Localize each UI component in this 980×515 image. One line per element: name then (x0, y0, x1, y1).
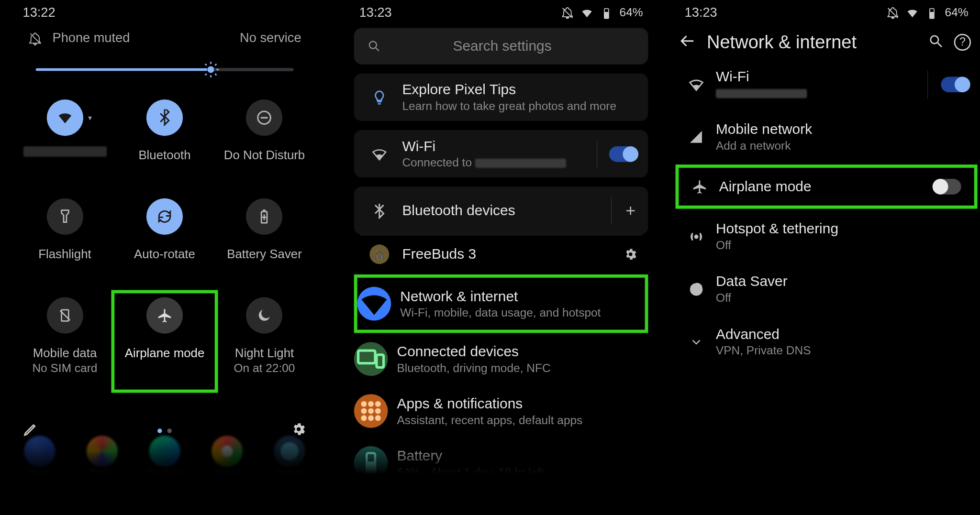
advanced-row[interactable]: Advanced VPN, Private DNS (670, 316, 980, 368)
settings-main-screen: 13:23 64% Search settings Explore Pixel … (345, 0, 657, 481)
brightness-slider[interactable] (36, 68, 294, 70)
bell-off-icon (886, 6, 899, 19)
search-settings-field[interactable]: Search settings (354, 28, 648, 64)
battery-status-icon (600, 6, 613, 19)
no-service-label: No service (240, 31, 301, 45)
airplane-mode-row[interactable]: Airplane mode (679, 168, 974, 206)
mobile-data-tile[interactable]: Mobile data No SIM card (15, 293, 115, 389)
hotspot-sub: Off (716, 239, 969, 252)
search-icon (367, 39, 381, 54)
bluetooth-tile[interactable]: Bluetooth (115, 96, 215, 192)
battery-status-icon (925, 6, 938, 19)
network-sub: Wi-Fi, mobile, data usage, and hotspot (400, 306, 645, 320)
wifi-row[interactable]: Wi-Fi (670, 58, 980, 110)
search-button[interactable] (928, 33, 944, 51)
svg-line-6 (215, 74, 217, 75)
wifi-icon (688, 76, 704, 92)
svg-rect-23 (358, 351, 375, 363)
wifi-card[interactable]: Wi-Fi Connected to (354, 130, 648, 177)
svg-point-33 (375, 415, 381, 421)
rotate-icon (156, 208, 173, 225)
svg-line-5 (205, 64, 207, 65)
plus-icon[interactable] (624, 204, 638, 218)
hotspot-row[interactable]: Hotspot & tethering Off (670, 210, 980, 263)
dnd-icon (256, 109, 273, 126)
wifi-ssid-redacted (23, 146, 106, 157)
dnd-tile[interactable]: Do Not Disturb (214, 96, 314, 192)
advanced-sub: VPN, Private DNS (716, 344, 969, 358)
chevron-down-icon: ▾ (88, 113, 92, 122)
wifi-toggle[interactable] (609, 146, 638, 162)
back-button[interactable] (679, 33, 696, 52)
apps-sub: Assistant, recent apps, default apps (397, 413, 648, 427)
wifi-tile[interactable]: ▾ (15, 96, 115, 192)
wifi-ssid-redacted (475, 159, 566, 168)
freebuds-row[interactable]: 🎧 FreeBuds 3 (354, 238, 648, 271)
pixel-tips-card[interactable]: Explore Pixel Tips Learn how to take gre… (354, 74, 648, 121)
hotspot-title: Hotspot & tethering (716, 220, 969, 237)
signal-icon (688, 129, 704, 145)
dock-photos[interactable]: Photos (84, 436, 120, 477)
airplane-mode-tile[interactable]: Airplane mode (111, 290, 218, 393)
svg-line-7 (205, 74, 207, 75)
dnd-label: Do Not Disturb (224, 147, 305, 163)
quick-settings-grid: ▾ Bluetooth Do Not Disturb Flashlight Au… (9, 84, 321, 389)
clock: 13:22 (23, 5, 56, 20)
tips-sub: Learn how to take great photos and more (402, 99, 637, 113)
bluetooth-devices-card[interactable]: Bluetooth devices (354, 186, 648, 235)
headphones-icon: 🎧 (369, 244, 389, 264)
bluetooth-icon (156, 109, 173, 126)
mobile-network-row[interactable]: Mobile network Add a network (670, 110, 980, 163)
clock: 13:23 (359, 5, 392, 20)
svg-point-25 (361, 401, 367, 407)
bt-title: Bluetooth devices (402, 202, 599, 219)
mobile-title: Mobile network (716, 121, 969, 138)
status-bar: 13:23 64% (345, 0, 657, 24)
dock-phone[interactable]: Phone (22, 436, 58, 477)
data-saver-row[interactable]: Data Saver Off (670, 263, 980, 315)
svg-point-26 (368, 401, 374, 407)
phone-muted-label: Phone muted (52, 31, 130, 45)
battery-percent: 64% (945, 6, 969, 20)
night-light-label: Night Light (235, 345, 294, 361)
gear-icon[interactable] (624, 247, 638, 262)
battery-row[interactable]: Battery 64% - About 1 day, 18 hr left (345, 437, 657, 481)
svg-line-20 (376, 48, 379, 51)
datasaver-sub: Off (716, 291, 969, 305)
connected-sub: Bluetooth, driving mode, NFC (397, 361, 648, 375)
brightness-icon (202, 61, 219, 77)
mobile-data-sub: No SIM card (32, 362, 97, 376)
svg-point-28 (361, 408, 367, 414)
connected-title: Connected devices (397, 343, 648, 360)
freebuds-title: FreeBuds 3 (402, 246, 623, 263)
dock-chrome[interactable]: Chrome (209, 436, 245, 477)
airplane-mode-highlight: Airplane mode (676, 164, 978, 208)
svg-point-30 (375, 408, 381, 414)
battery-saver-tile[interactable]: Battery Saver (214, 194, 314, 290)
wifi-status-icon (906, 6, 919, 19)
network-internet-row[interactable]: Network & internet Wi-Fi, mobile, data u… (357, 278, 645, 330)
autorotate-tile[interactable]: Auto-rotate (115, 194, 215, 290)
night-light-tile[interactable]: Night Light On at 22:00 (214, 293, 314, 389)
no-sim-icon (56, 307, 73, 324)
wifi-toggle[interactable] (941, 77, 969, 92)
apps-notifications-row[interactable]: Apps & notifications Assistant, recent a… (345, 385, 657, 437)
airplane-toggle[interactable] (933, 179, 961, 195)
connected-devices-row[interactable]: Connected devices Bluetooth, driving mod… (345, 333, 657, 385)
help-button[interactable]: ? (954, 34, 971, 51)
svg-point-40 (695, 235, 698, 238)
airplane-icon (691, 178, 708, 195)
svg-point-38 (931, 36, 938, 44)
flashlight-tile[interactable]: Flashlight (15, 194, 115, 290)
wifi-status-icon (580, 6, 593, 19)
battery-saver-label: Battery Saver (227, 246, 302, 262)
data-saver-icon (688, 281, 704, 297)
dock-camera[interactable]: Camera (271, 436, 308, 477)
battery-saver-icon (256, 208, 273, 225)
wifi-title: Wi-Fi (402, 138, 585, 154)
dock-playstore[interactable]: Play Store (146, 436, 183, 477)
search-placeholder: Search settings (453, 38, 551, 55)
network-title: Network & internet (400, 288, 645, 305)
status-bar: 13:23 64% (670, 0, 980, 24)
bluetooth-label: Bluetooth (138, 147, 190, 163)
